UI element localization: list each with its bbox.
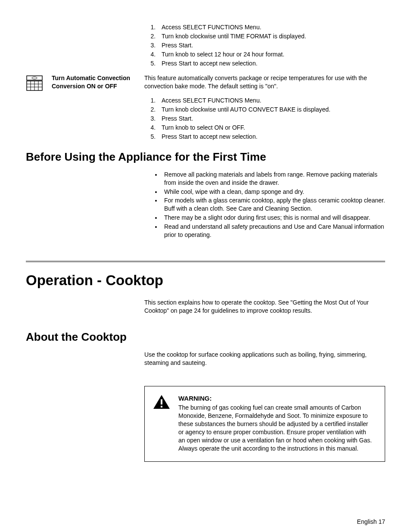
list-item: Access SELECT FUNCTIONS Menu. bbox=[157, 96, 385, 105]
warning-label: WARNING: bbox=[178, 394, 374, 403]
list-item: Press Start to accept new selection. bbox=[157, 133, 385, 141]
list-item: Turn knob to select ON or OFF. bbox=[157, 124, 385, 132]
convection-steps: Access SELECT FUNCTIONS Menu. Turn knob … bbox=[144, 96, 385, 140]
section-divider bbox=[26, 261, 385, 262]
list-item: Remove all packing materials and labels … bbox=[162, 171, 385, 187]
time-format-steps: Access SELECT FUNCTIONS Menu. Turn knob … bbox=[144, 23, 385, 67]
oven-icon bbox=[26, 74, 52, 92]
svg-rect-9 bbox=[161, 399, 162, 404]
list-item: Turn knob clockwise until TIME FORMAT is… bbox=[157, 32, 385, 40]
convection-label: Turn Automatic Convection Conversion ON … bbox=[52, 74, 140, 90]
list-item: For models with a glass ceramic cooktop,… bbox=[162, 196, 385, 213]
svg-rect-0 bbox=[27, 76, 42, 80]
page-footer: English 17 bbox=[26, 518, 385, 526]
before-use-bullets: Remove all packing materials and labels … bbox=[144, 171, 385, 239]
list-item: Turn knob clockwise until AUTO CONVECT B… bbox=[157, 106, 385, 114]
list-item: Access SELECT FUNCTIONS Menu. bbox=[157, 23, 385, 31]
about-cooktop-body: Use the cooktop for surface cooking appl… bbox=[144, 351, 385, 367]
warning-body: The burning of gas cooking fuel can crea… bbox=[178, 404, 372, 451]
list-item: Read and understand all safety precautio… bbox=[162, 223, 385, 239]
before-use-heading: Before Using the Appliance for the First… bbox=[26, 149, 385, 165]
list-item: Press Start. bbox=[157, 41, 385, 50]
warning-box: WARNING: The burning of gas cooking fuel… bbox=[144, 386, 385, 462]
convection-section: Turn Automatic Convection Conversion ON … bbox=[26, 74, 385, 141]
about-cooktop-heading: About the Cooktop bbox=[26, 330, 385, 345]
operation-intro: This section explains how to operate the… bbox=[144, 299, 385, 315]
list-item: There may be a slight odor during first … bbox=[162, 214, 385, 222]
warning-icon bbox=[153, 394, 178, 410]
operation-heading: Operation - Cooktop bbox=[26, 271, 385, 290]
svg-rect-10 bbox=[161, 406, 162, 408]
list-item: Turn knob to select 12 hour or 24 hour f… bbox=[157, 50, 385, 59]
convection-description: This feature automatically converts pack… bbox=[144, 74, 385, 90]
list-item: Press Start to accept new selection. bbox=[157, 59, 385, 68]
list-item: Press Start. bbox=[157, 115, 385, 123]
svg-point-1 bbox=[32, 77, 37, 79]
list-item: While cool, wipe with a clean, damp spon… bbox=[162, 188, 385, 196]
